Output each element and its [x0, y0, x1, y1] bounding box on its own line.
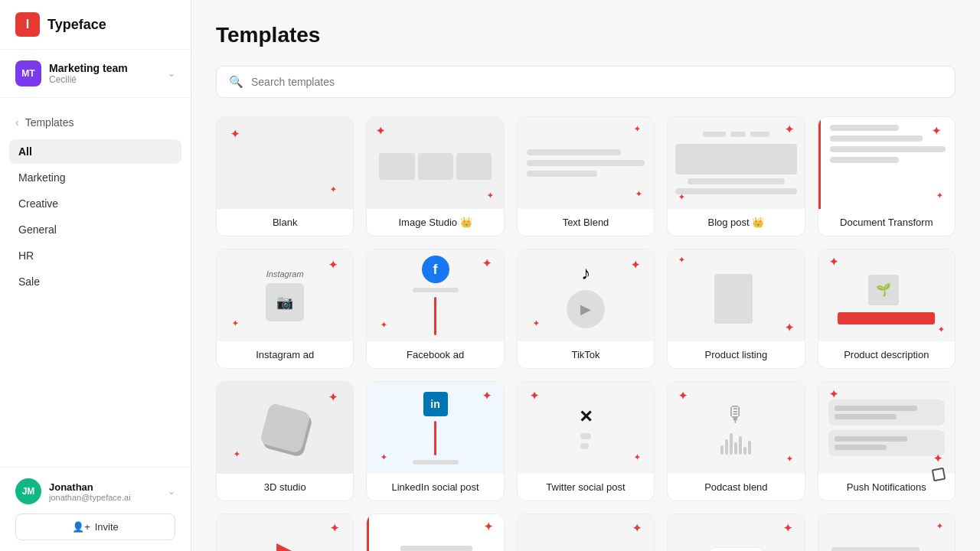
template-linkedin-post[interactable]: ✦ ✦ in LinkedIn social post: [366, 381, 504, 501]
template-vimeo[interactable]: ✦ vimeo ✦ Vimeo: [517, 514, 655, 551]
sparkle-icon: ✦: [678, 193, 684, 201]
sparkle-icon: ✦: [533, 319, 539, 328]
template-product-description[interactable]: ✦ ✦ 🌱 Product description: [818, 249, 956, 369]
back-label: Templates: [25, 116, 74, 129]
sparkle-icon: ✦: [635, 190, 642, 198]
sparkle-icon: ✦: [634, 453, 640, 461]
sparkle-icon: ✦: [330, 522, 339, 534]
template-label: LinkedIn social post: [367, 474, 503, 500]
sparkle-icon: ✦: [232, 319, 238, 328]
sparkle-icon: ✦: [829, 256, 838, 268]
user-row: JM Jonathan jonathan@typeface.ai ⌄: [15, 478, 175, 504]
sidebar-item-hr[interactable]: HR: [9, 243, 181, 268]
invite-label: Invite: [95, 521, 119, 533]
template-cta[interactable]: ✦ CTA ✦ CTA: [667, 514, 805, 551]
sidebar-item-creative[interactable]: Creative: [9, 191, 181, 216]
template-product-listing[interactable]: ✦ ✦ Product listing: [667, 249, 805, 369]
sparkle-icon: ✦: [328, 259, 338, 271]
template-podcast-blend[interactable]: ✦ ✦ 🎙 Podcast blend: [667, 381, 805, 501]
page-title: Templates: [216, 23, 956, 47]
invite-user-icon: 👤+: [72, 521, 90, 533]
template-image-studio[interactable]: ✦ ✦ Image Studio 👑: [366, 116, 504, 236]
sidebar: I Typeface MT Marketing team Cecilié ⌄ ‹…: [0, 0, 191, 551]
template-instagram-ad[interactable]: ✦ ✦ Instagram 📷 Instagram ad: [216, 249, 354, 369]
sparkle-icon: ✦: [631, 259, 640, 271]
nav-section: All Marketing Creative General HR Sale: [0, 139, 191, 294]
sidebar-item-all[interactable]: All: [9, 139, 181, 164]
sparkle-icon: ✦: [482, 257, 492, 269]
sidebar-logo: I Typeface: [0, 0, 191, 50]
template-text-blend[interactable]: ✦ ✦ Text Blend: [517, 116, 655, 236]
team-subtitle: Cecilié: [49, 74, 128, 85]
invite-button[interactable]: 👤+ Invite: [15, 514, 175, 540]
template-label: Podcast blend: [668, 474, 804, 500]
template-push-notifications[interactable]: ✦ ✦ Push Notifications: [818, 381, 956, 501]
main-content: Templates 🔍 ✦ ✦ Blank ✦ ✦ Ima: [191, 0, 980, 551]
template-document-transform[interactable]: ✦ ✦ Document Transform: [818, 116, 956, 236]
user-name: Jonathan: [49, 481, 131, 493]
sidebar-item-general[interactable]: General: [9, 217, 181, 242]
sparkle-icon: ✦: [678, 390, 688, 402]
template-label: Text Blend: [518, 209, 654, 236]
template-blank[interactable]: ✦ ✦ Blank: [216, 116, 354, 236]
template-3d-studio[interactable]: ✦ ✦ 3D studio: [216, 381, 354, 501]
template-label: Product description: [818, 341, 955, 368]
template-label: Blog post 👑: [668, 209, 804, 236]
templates-grid: ✦ ✦ Blank ✦ ✦ Image Studio 👑 ✦: [216, 116, 956, 551]
sparkle-icon: ✦: [785, 123, 794, 135]
team-selector[interactable]: MT Marketing team Cecilié ⌄: [0, 50, 191, 98]
sparkle-icon: ✦: [829, 388, 838, 400]
template-tiktok[interactable]: ✦ ✦ ♪ ▶ TikTok: [517, 249, 655, 369]
sparkle-icon: ✦: [938, 325, 944, 334]
template-misc[interactable]: ✦: [818, 514, 956, 551]
back-to-templates[interactable]: ‹ Templates: [0, 110, 191, 139]
sparkle-icon: ✦: [328, 391, 338, 403]
sidebar-item-marketing[interactable]: Marketing: [9, 165, 181, 190]
team-avatar: MT: [15, 60, 41, 86]
sparkle-icon: ✦: [936, 522, 942, 530]
user-avatar: JM: [15, 478, 41, 504]
sparkle-icon: ✦: [932, 125, 941, 137]
template-label: Blank: [217, 209, 353, 236]
search-input[interactable]: [251, 76, 942, 88]
sparkle-icon: ✦: [632, 522, 642, 534]
team-chevron-icon: ⌄: [168, 68, 175, 79]
sidebar-item-sale[interactable]: Sale: [9, 269, 181, 294]
sparkle-icon: ✦: [678, 256, 684, 264]
search-icon: 🔍: [229, 75, 243, 89]
sparkle-icon: ✦: [234, 450, 240, 458]
template-twitter-post[interactable]: ✦ ✦ ✕ Twitter social post: [517, 381, 655, 501]
template-label: TikTok: [518, 341, 654, 368]
app-title: Typeface: [47, 17, 106, 33]
template-label: Push Notifications: [818, 474, 955, 500]
sparkle-icon: ✦: [376, 125, 385, 137]
template-blog-post[interactable]: ✦ ✦ Blog post 👑: [667, 116, 805, 236]
sparkle-icon: ✦: [381, 321, 387, 329]
search-bar: 🔍: [216, 66, 956, 98]
template-youtube[interactable]: ✦ ✦ ▶ YouTube: [216, 514, 354, 551]
template-label: Twitter social post: [518, 474, 654, 500]
sidebar-nav: ‹ Templates All Marketing Creative Gener…: [0, 98, 191, 467]
template-document2[interactable]: ✦ Document: [366, 514, 504, 551]
sparkle-icon: ✦: [936, 191, 942, 200]
sparkle-icon: ✦: [381, 453, 387, 461]
sparkle-icon: ✦: [487, 191, 493, 200]
app-logo-icon: I: [15, 12, 40, 37]
sidebar-footer: JM Jonathan jonathan@typeface.ai ⌄ 👤+ In…: [0, 467, 191, 551]
sparkle-icon: ✦: [933, 452, 942, 465]
template-label: Image Studio 👑: [367, 209, 503, 236]
template-label: Instagram ad: [217, 341, 353, 368]
team-name: Marketing team: [49, 62, 128, 74]
template-facebook-ad[interactable]: ✦ ✦ f Facebook ad: [366, 249, 504, 369]
sparkle-icon: ✦: [330, 185, 336, 194]
template-label: Document Transform: [818, 209, 955, 236]
sparkle-icon: ✦: [783, 522, 792, 534]
sparkle-icon: ✦: [785, 321, 794, 334]
template-label: Facebook ad: [367, 341, 503, 368]
template-label: 3D studio: [217, 474, 353, 500]
sparkle-icon: ✦: [482, 390, 492, 402]
sparkle-icon: ✦: [230, 128, 240, 140]
sparkle-icon: ✦: [484, 520, 493, 533]
user-chevron-icon: ⌄: [168, 486, 175, 497]
sparkle-icon: ✦: [786, 455, 792, 463]
